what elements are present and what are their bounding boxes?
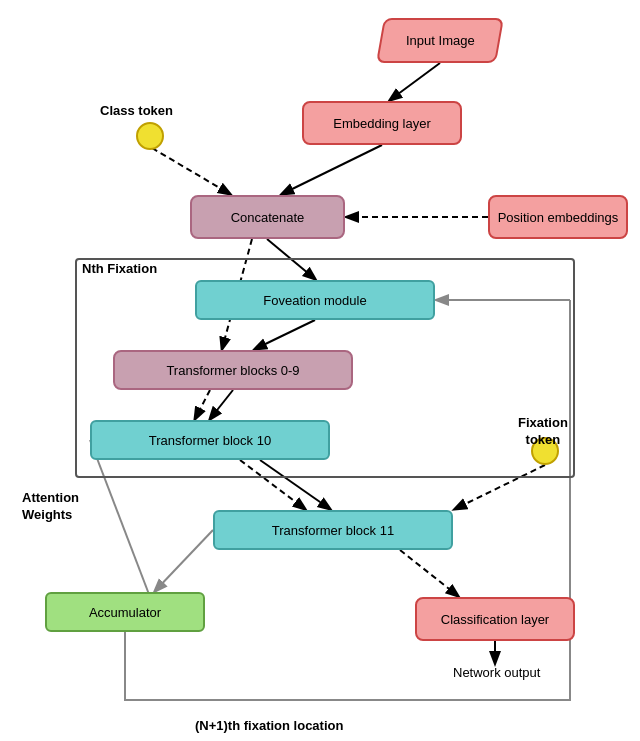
class-token-circle <box>136 122 164 150</box>
svg-line-0 <box>390 63 440 100</box>
position-embeddings-box: Position embeddings <box>488 195 628 239</box>
diagram-container: Nth Fixation Input Image Embedding layer… <box>0 0 640 741</box>
transformer-blocks-09-box: Transformer blocks 0-9 <box>113 350 353 390</box>
fixation-token-label: Fixationtoken <box>518 415 568 449</box>
svg-line-2 <box>152 148 230 194</box>
foveation-module-box: Foveation module <box>195 280 435 320</box>
svg-line-1 <box>282 145 382 194</box>
svg-line-14 <box>155 530 213 591</box>
nth-fixation-label: Nth Fixation <box>82 261 157 276</box>
input-image-box: Input Image <box>376 18 504 63</box>
concatenate-box: Concatenate <box>190 195 345 239</box>
transformer-block-10-box: Transformer block 10 <box>90 420 330 460</box>
svg-line-12 <box>400 550 458 596</box>
accumulator-box: Accumulator <box>45 592 205 632</box>
classification-layer-box: Classification layer <box>415 597 575 641</box>
bottom-label: (N+1)th fixation location <box>195 718 343 733</box>
attention-weights-label: AttentionWeights <box>22 490 79 524</box>
embedding-layer-box: Embedding layer <box>302 101 462 145</box>
transformer-block-11-box: Transformer block 11 <box>213 510 453 550</box>
class-token-label: Class token <box>100 103 173 118</box>
network-output-label: Network output <box>453 665 540 680</box>
